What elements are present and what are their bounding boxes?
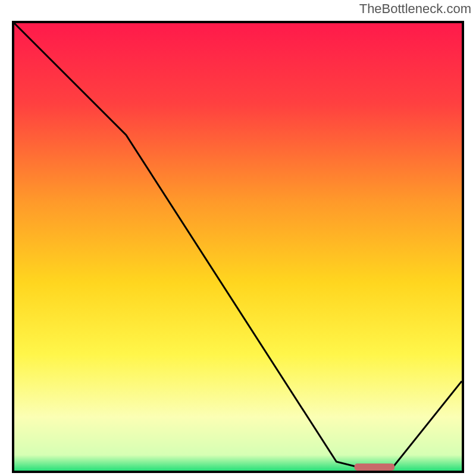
chart-svg <box>12 21 464 473</box>
attribution-text: TheBottleneck.com <box>0 0 476 18</box>
chart-container: TheBottleneck.com <box>0 0 476 476</box>
plot-area <box>0 18 476 476</box>
optimum-marker <box>355 464 395 471</box>
